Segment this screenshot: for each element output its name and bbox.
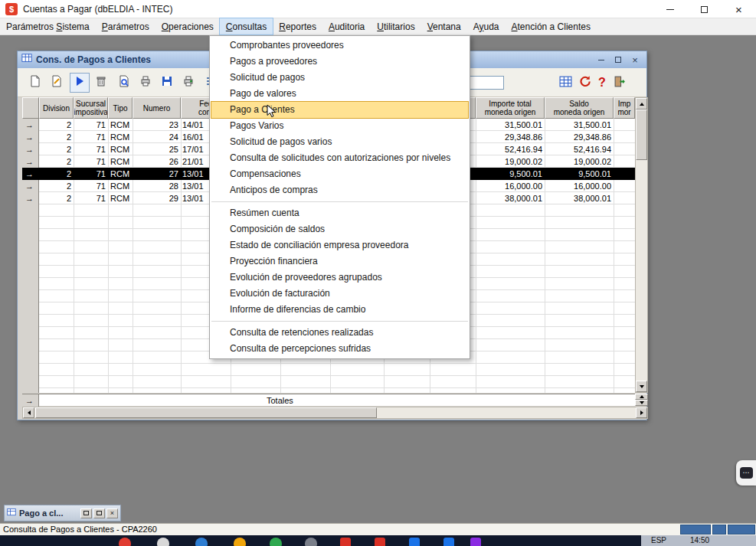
vertical-scroll-thumb[interactable] bbox=[636, 110, 647, 160]
statusbar-panel bbox=[712, 525, 726, 535]
scroll-down-button[interactable] bbox=[636, 381, 647, 392]
menu-item-pagos-a-proveedores[interactable]: Pagos a proveedores bbox=[210, 54, 470, 70]
menu-item-evolucion-proveedores-agrupados[interactable]: Evolución de proveedores agrupados bbox=[210, 270, 470, 286]
menu-item-informe-diferencias-de-cambio[interactable]: Informe de diferencias de cambio bbox=[210, 302, 470, 318]
new-record-button[interactable] bbox=[25, 73, 45, 93]
maximize-button[interactable] bbox=[687, 0, 722, 18]
column-header-saldo[interactable]: Saldomoneda origen bbox=[545, 97, 614, 119]
column-header-importe-mor[interactable]: Impmor bbox=[614, 97, 635, 119]
child-caption-buttons: × bbox=[596, 54, 643, 65]
scroll-up-button[interactable] bbox=[636, 98, 647, 110]
cell-sucursal: 71 bbox=[74, 131, 108, 143]
taskbar-app-icon[interactable] bbox=[157, 538, 169, 546]
grid-vertical-scrollbar[interactable] bbox=[635, 97, 648, 393]
taskbar-app-icon[interactable] bbox=[270, 538, 282, 546]
taskbar-app-icon[interactable] bbox=[234, 538, 246, 546]
menu-item-solicitud-de-pagos[interactable]: Solicitud de pagos bbox=[210, 70, 470, 86]
cell-importe-total: 38,000.01 bbox=[476, 192, 545, 204]
cell-numero: 26 bbox=[133, 155, 181, 168]
print-setup-button[interactable] bbox=[178, 73, 198, 93]
menu-item-evolucion-de-facturacion[interactable]: Evolución de facturación bbox=[210, 286, 470, 302]
taskbar-app-icon[interactable] bbox=[195, 538, 208, 546]
save-button[interactable] bbox=[157, 73, 177, 93]
menu-item-solicitud-de-pagos-varios[interactable]: Solicitud de pagos varios bbox=[210, 134, 470, 150]
clock[interactable]: 14:50 bbox=[690, 536, 709, 544]
run-query-button[interactable] bbox=[70, 73, 90, 93]
totals-label: Totales bbox=[267, 394, 293, 407]
exit-button[interactable] bbox=[610, 74, 629, 92]
scroll-right-button[interactable] bbox=[636, 407, 647, 418]
taskbar-app-icon[interactable] bbox=[443, 538, 454, 546]
menu-item-consulta-percepciones-sufridas[interactable]: Consulta de percepciones sufridas bbox=[210, 341, 470, 357]
help-button[interactable]: ? bbox=[593, 74, 611, 92]
menu-item-pago-de-valores[interactable]: Pago de valores bbox=[210, 86, 470, 102]
spinner-down-button[interactable] bbox=[635, 400, 648, 406]
print-button[interactable] bbox=[136, 73, 155, 93]
row-indicator-icon: → bbox=[25, 155, 38, 168]
menu-item-consulta-solicitudes-autorizaciones-niveles[interactable]: Consulta de solicitudes con autorizacion… bbox=[210, 150, 470, 166]
delete-record-button[interactable] bbox=[91, 73, 111, 93]
column-header-division[interactable]: Division bbox=[39, 97, 74, 119]
column-header-sucursal-impositiva[interactable]: Sucursalimpositiva bbox=[74, 97, 108, 119]
maximize-button[interactable] bbox=[93, 508, 105, 518]
arrow-up-icon bbox=[640, 395, 644, 398]
grid-horizontal-scrollbar[interactable] bbox=[22, 407, 648, 419]
horizontal-scroll-thumb[interactable] bbox=[35, 407, 377, 418]
child-close-button[interactable]: × bbox=[630, 54, 640, 65]
menu-item-resumen-cuenta[interactable]: Resúmen cuenta bbox=[210, 205, 470, 221]
cell-hidden bbox=[614, 192, 635, 204]
menubar-item-operaciones[interactable]: Operaciones bbox=[155, 18, 220, 34]
window-title: Cuentas a Pagar (dbELDIA - INTEC) bbox=[23, 0, 172, 18]
menubar-item-consultas[interactable]: Consultas bbox=[220, 18, 273, 34]
delete-record-icon bbox=[95, 75, 107, 90]
minimize-button[interactable] bbox=[653, 0, 687, 18]
refresh-button[interactable] bbox=[575, 74, 594, 92]
cell-saldo: 16,000.00 bbox=[545, 180, 614, 192]
menu-label: Operaciones bbox=[162, 21, 214, 32]
taskbar-app-icon[interactable] bbox=[470, 538, 481, 546]
close-button[interactable]: × bbox=[722, 0, 756, 18]
menu-item-pago-a-clientes[interactable]: Pago a Clientes bbox=[211, 102, 468, 118]
chat-widget-button[interactable]: ⋯ bbox=[736, 460, 756, 486]
close-button[interactable]: × bbox=[106, 508, 118, 518]
menubar-item-parametros-sistema[interactable]: Parámetros Sistema bbox=[0, 18, 96, 34]
scroll-left-button[interactable] bbox=[23, 407, 34, 418]
column-header-tipo[interactable]: Tipo bbox=[108, 97, 133, 119]
menu-label: Consultas bbox=[226, 21, 267, 32]
menu-item-estado-conciliacion-empresa-proveedora[interactable]: Estado de conciliación empresa proveedor… bbox=[210, 237, 470, 253]
taskbar-app-icon[interactable] bbox=[305, 538, 317, 546]
cell-tipo: RCM bbox=[108, 119, 133, 131]
preview-button[interactable] bbox=[114, 73, 134, 93]
restore-button[interactable] bbox=[80, 508, 92, 518]
close-icon: × bbox=[110, 509, 114, 517]
menubar-item-reportes[interactable]: Reportes bbox=[273, 18, 322, 34]
menu-item-consulta-retenciones-realizadas[interactable]: Consulta de retenciones realizadas bbox=[210, 325, 470, 341]
edit-record-button[interactable] bbox=[47, 73, 67, 93]
menu-item-pagos-varios[interactable]: Pagos Varios bbox=[210, 118, 470, 134]
totals-spinner bbox=[635, 394, 648, 406]
menu-item-comprobantes-proveedores[interactable]: Comprobantes proveedores bbox=[210, 38, 470, 54]
table-view-button[interactable] bbox=[556, 74, 574, 92]
menubar-item-auditoria[interactable]: Auditoria bbox=[322, 18, 371, 34]
taskbar-app-icon[interactable] bbox=[340, 538, 351, 546]
menu-item-proyeccion-financiera[interactable]: Proyección financiera bbox=[210, 253, 470, 270]
menu-item-anticipos-de-compras[interactable]: Anticipos de compras bbox=[210, 182, 470, 198]
menu-item-compensaciones[interactable]: Compensaciones bbox=[210, 166, 470, 182]
menu-item-composicion-de-saldos[interactable]: Composición de saldos bbox=[210, 221, 470, 237]
language-indicator[interactable]: ESP bbox=[651, 536, 666, 544]
column-header-numero[interactable]: Numero bbox=[133, 97, 181, 119]
cell-sucursal: 71 bbox=[74, 192, 108, 204]
menubar-item-ayuda[interactable]: Ayuda bbox=[467, 18, 506, 34]
spinner-up-button[interactable] bbox=[635, 394, 648, 400]
taskbar-app-icon[interactable] bbox=[119, 538, 131, 546]
child-minimize-button[interactable] bbox=[596, 54, 607, 65]
taskbar-app-icon[interactable] bbox=[375, 538, 385, 546]
minimized-window-pago-a-clientes[interactable]: Pago a cl... × bbox=[4, 505, 121, 521]
menubar-item-atencion-a-clientes[interactable]: Atención a Clientes bbox=[506, 18, 597, 34]
child-maximize-button[interactable] bbox=[613, 54, 623, 65]
menubar-item-parametros[interactable]: Parámetros bbox=[96, 18, 155, 34]
menubar-item-utilitarios[interactable]: Utilitarios bbox=[371, 18, 421, 34]
column-header-importe-total[interactable]: Importe totalmoneda origen bbox=[476, 97, 545, 119]
taskbar-app-icon[interactable] bbox=[409, 538, 420, 546]
menubar-item-ventana[interactable]: Ventana bbox=[421, 18, 467, 34]
